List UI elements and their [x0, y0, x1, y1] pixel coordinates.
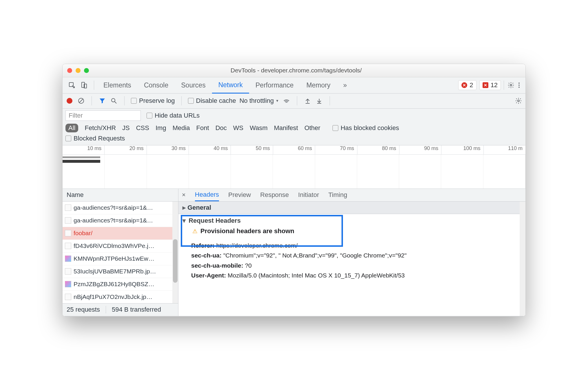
- header-key: Referer:: [191, 242, 215, 249]
- tick: 40 ms: [189, 145, 231, 154]
- request-count: 25 requests: [67, 306, 100, 313]
- request-row[interactable]: KMNWpnRJTP6eHJs1wEw…: [63, 253, 178, 265]
- network-toolbar: Preserve log Disable cache No throttling…: [63, 94, 525, 109]
- request-row[interactable]: nBjAqf1PuX7O2nvJbJck.jp…: [63, 291, 178, 303]
- chip-img[interactable]: Img: [156, 124, 166, 132]
- detail-tab-timing[interactable]: Timing: [328, 189, 347, 201]
- detail-tab-initiator[interactable]: Initiator: [298, 189, 319, 201]
- tick: 10 ms: [63, 145, 105, 154]
- separator: [181, 96, 182, 105]
- blocked-requests-checkbox[interactable]: Blocked Requests: [65, 135, 125, 142]
- panel-tabs: Elements Console Sources Network Perform…: [97, 77, 353, 93]
- provisional-warning: ⚠ Provisional headers are shown: [182, 224, 521, 237]
- chip-doc[interactable]: Doc: [216, 124, 227, 132]
- detail-tab-response[interactable]: Response: [260, 189, 289, 201]
- close-detail-icon[interactable]: ×: [182, 191, 186, 199]
- request-name: fD43v6RiVCDlmo3WhVPe.j…: [74, 242, 154, 249]
- errors-badge[interactable]: ✕2: [458, 80, 476, 90]
- tab-overflow[interactable]: »: [337, 77, 353, 93]
- hide-data-urls-checkbox[interactable]: Hide data URLs: [147, 112, 200, 119]
- request-name: ga-audiences?t=sr&aip=1&…: [74, 204, 153, 211]
- svg-line-8: [79, 99, 83, 103]
- file-icon: [65, 243, 71, 249]
- network-conditions-icon[interactable]: [282, 97, 291, 105]
- chip-other[interactable]: Other: [304, 124, 320, 132]
- inspect-element-icon[interactable]: [68, 81, 76, 89]
- chip-font[interactable]: Font: [196, 124, 209, 132]
- tab-performance[interactable]: Performance: [249, 77, 300, 93]
- general-section[interactable]: General: [178, 202, 525, 214]
- detail-tab-preview[interactable]: Preview: [228, 189, 251, 201]
- request-row-error[interactable]: foobar/: [63, 227, 178, 240]
- request-row[interactable]: PzmJZBgZBJ612Hy8QBSZ…: [63, 278, 178, 291]
- issues-badge[interactable]: ✕12: [479, 80, 501, 90]
- preserve-log-label: Preserve log: [139, 97, 175, 105]
- chevron-down-icon: ▼: [275, 99, 279, 103]
- upload-icon[interactable]: [304, 97, 312, 105]
- request-name: 53IuclsjUVBaBME7MPRb.jp…: [74, 268, 156, 275]
- chip-ws[interactable]: WS: [233, 124, 243, 132]
- request-headers-title[interactable]: Request Headers: [182, 217, 521, 224]
- chip-manifest[interactable]: Manifest: [274, 124, 298, 132]
- chip-js[interactable]: JS: [122, 124, 130, 132]
- chip-wasm[interactable]: Wasm: [250, 124, 268, 132]
- network-settings-gear-icon[interactable]: [514, 97, 523, 105]
- disable-cache-checkbox[interactable]: Disable cache: [188, 97, 236, 105]
- record-button[interactable]: [65, 97, 74, 105]
- svg-point-4: [518, 83, 520, 84]
- tick: 50 ms: [231, 145, 273, 154]
- request-row[interactable]: fD43v6RiVCDlmo3WhVPe.j…: [63, 240, 178, 253]
- request-row[interactable]: 53IuclsjUVBaBME7MPRb.jp…: [63, 265, 178, 278]
- search-icon[interactable]: [110, 97, 118, 105]
- header-key: sec-ch-ua:: [191, 252, 222, 259]
- device-toolbar-icon[interactable]: [80, 81, 88, 89]
- settings-gear-icon[interactable]: [507, 81, 515, 89]
- detail-tab-headers[interactable]: Headers: [195, 189, 219, 201]
- filter-funnel-icon[interactable]: [98, 97, 106, 105]
- file-icon: [65, 294, 71, 300]
- network-split: Name ga-audiences?t=sr&aip=1&… ga-audien…: [63, 189, 525, 316]
- error-badges: ✕2 ✕12: [458, 80, 501, 90]
- transferred-size: 594 B transferred: [112, 306, 161, 313]
- tick: 70 ms: [315, 145, 357, 154]
- svg-line-10: [115, 102, 116, 103]
- svg-point-9: [112, 98, 115, 102]
- preserve-log-checkbox[interactable]: Preserve log: [131, 97, 175, 105]
- request-row[interactable]: ga-audiences?t=sr&aip=1&…: [63, 214, 178, 227]
- waterfall-overview[interactable]: 10 ms 20 ms 30 ms 40 ms 50 ms 60 ms 70 m…: [63, 145, 525, 189]
- download-icon[interactable]: [315, 97, 323, 105]
- request-detail: × Headers Preview Response Initiator Tim…: [178, 189, 525, 316]
- throttling-label: No throttling: [240, 97, 274, 105]
- error-square-icon: ✕: [483, 82, 488, 88]
- separator: [92, 96, 92, 105]
- has-blocked-cookies-checkbox[interactable]: Has blocked cookies: [333, 124, 399, 132]
- filter-input[interactable]: Filter: [65, 110, 141, 121]
- throttling-select[interactable]: No throttling▼: [240, 97, 279, 105]
- file-icon: [65, 217, 71, 224]
- errors-count: 2: [470, 81, 473, 89]
- request-name: nBjAqf1PuX7O2nvJbJck.jp…: [74, 293, 152, 300]
- scrollbar-thumb[interactable]: [173, 239, 178, 283]
- header-row: Referer: https://developer.chrome.com/: [191, 241, 521, 251]
- tab-network[interactable]: Network: [212, 77, 249, 94]
- error-circle-icon: ✕: [461, 82, 467, 88]
- header-key: User-Agent:: [191, 272, 226, 279]
- request-row[interactable]: ga-audiences?t=sr&aip=1&…: [63, 202, 178, 214]
- tab-sources[interactable]: Sources: [175, 77, 212, 93]
- chip-media[interactable]: Media: [173, 124, 190, 132]
- hide-data-urls-label: Hide data URLs: [155, 112, 200, 119]
- name-column-header[interactable]: Name: [63, 189, 178, 202]
- svg-point-6: [518, 87, 520, 88]
- requests-table: Name ga-audiences?t=sr&aip=1&… ga-audien…: [63, 189, 178, 316]
- clear-icon[interactable]: [77, 97, 85, 105]
- chip-fetchxhr[interactable]: Fetch/XHR: [85, 124, 116, 132]
- tab-memory[interactable]: Memory: [300, 77, 337, 93]
- header-row: User-Agent: Mozilla/5.0 (Macintosh; Inte…: [191, 271, 521, 281]
- tab-console[interactable]: Console: [138, 77, 175, 93]
- scrollbar[interactable]: [520, 202, 525, 316]
- kebab-menu-icon[interactable]: [515, 81, 523, 89]
- chip-all[interactable]: All: [65, 124, 78, 132]
- scrollbar[interactable]: [172, 202, 178, 303]
- chip-css[interactable]: CSS: [136, 124, 149, 132]
- tab-elements[interactable]: Elements: [97, 77, 138, 93]
